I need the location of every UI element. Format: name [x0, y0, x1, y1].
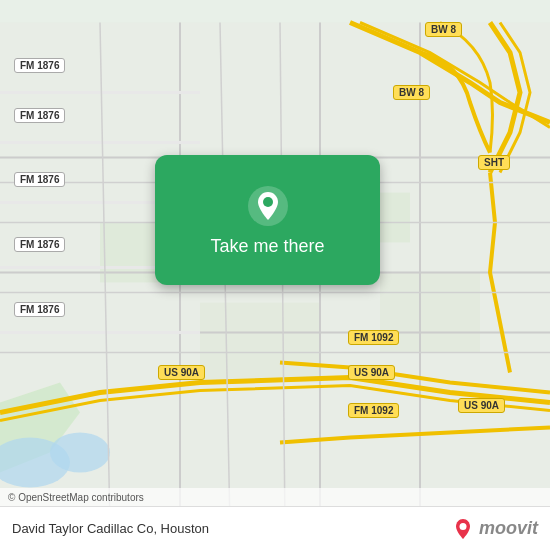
road-label-fm1876-2: FM 1876	[14, 108, 65, 123]
location-name: David Taylor Cadillac Co, Houston	[12, 521, 209, 536]
map-container: BW 8 BW 8 SHT FM 1876 FM 1876 FM 1876 FM…	[0, 0, 550, 550]
road-label-us90a-3: US 90A	[458, 398, 505, 413]
road-label-sht: SHT	[478, 155, 510, 170]
road-label-fm1092-2: FM 1092	[348, 403, 399, 418]
take-me-there-button[interactable]: Take me there	[210, 236, 324, 257]
location-pin-icon	[246, 184, 290, 228]
copyright-text: © OpenStreetMap contributors	[8, 492, 144, 503]
road-label-fm1092-1: FM 1092	[348, 330, 399, 345]
moovit-text: moovit	[479, 518, 538, 539]
moovit-logo: moovit	[451, 517, 538, 541]
svg-point-3	[50, 433, 110, 473]
road-label-us90a-1: US 90A	[158, 365, 205, 380]
road-label-bw8-top: BW 8	[425, 22, 462, 37]
road-label-bw8-mid: BW 8	[393, 85, 430, 100]
road-label-us90a-2: US 90A	[348, 365, 395, 380]
svg-point-27	[263, 197, 273, 207]
svg-rect-5	[200, 303, 320, 383]
road-label-fm1876-3: FM 1876	[14, 172, 65, 187]
cta-card[interactable]: Take me there	[155, 155, 380, 285]
svg-point-28	[459, 523, 466, 530]
moovit-pin-icon	[451, 517, 475, 541]
road-label-fm1876-1: FM 1876	[14, 58, 65, 73]
road-label-fm1876-5: FM 1876	[14, 302, 65, 317]
road-label-fm1876-4: FM 1876	[14, 237, 65, 252]
bottom-bar: David Taylor Cadillac Co, Houston moovit	[0, 506, 550, 550]
copyright-bar: © OpenStreetMap contributors	[0, 488, 550, 506]
